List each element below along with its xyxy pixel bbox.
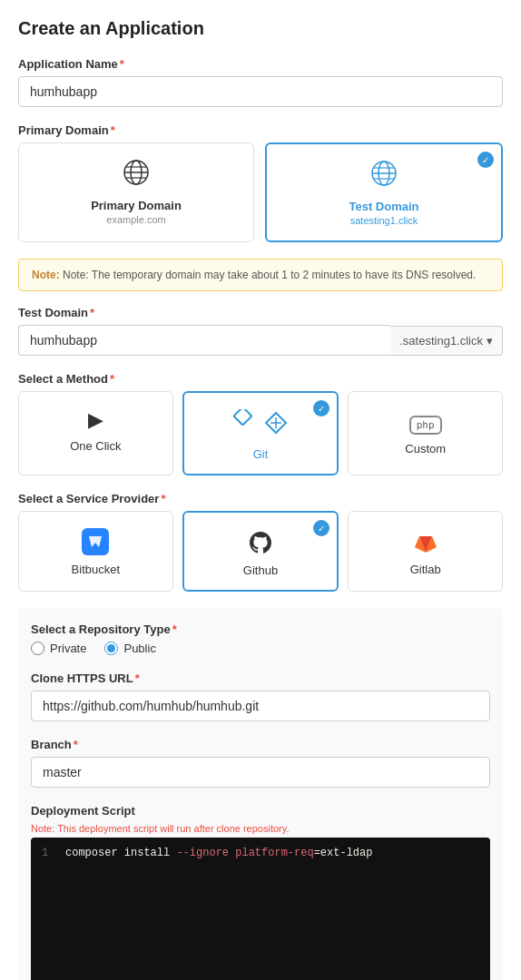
public-radio[interactable] — [104, 642, 118, 655]
primary-domain-card[interactable]: Primary Domain example.com — [18, 142, 254, 242]
deployment-note: Note: This deployment script will run af… — [31, 823, 490, 834]
code-line-1: 1 composer install --ignore platform-req… — [42, 847, 479, 859]
test-domain-subtitle: satesting1.click — [278, 215, 490, 226]
branch-label: Branch* — [31, 738, 490, 751]
private-radio[interactable] — [31, 642, 44, 655]
app-name-label: Application Name* — [18, 57, 503, 71]
test-domain-card[interactable]: ✓ Test Domain satesting1.click — [265, 142, 503, 242]
clone-url-group: Clone HTTPS URL* — [31, 671, 490, 721]
provider-group: Select a Service Provider* Bitbucket ✓ — [18, 492, 503, 592]
branch-group: Branch* — [31, 738, 490, 788]
provider-github[interactable]: ✓ Github — [182, 511, 339, 592]
deployment-code-editor[interactable]: 1 composer install --ignore platform-req… — [31, 838, 490, 980]
test-domain-check: ✓ — [477, 152, 494, 168]
app-name-group: Application Name* — [18, 57, 503, 107]
clone-url-input[interactable] — [31, 691, 490, 721]
repo-type-public[interactable]: Public — [104, 642, 155, 655]
git-icon — [192, 409, 330, 440]
git-options-group: Select a Repository Type* Private Public… — [18, 608, 503, 980]
method-git[interactable]: ✓ Git — [182, 391, 339, 475]
test-domain-title: Test Domain — [278, 200, 490, 213]
method-custom[interactable]: php Custom — [348, 391, 503, 475]
bitbucket-label: Bitbucket — [26, 563, 165, 576]
deployment-script-label: Deployment Script — [31, 804, 490, 818]
provider-label: Select a Service Provider* — [18, 492, 503, 505]
repo-type-private[interactable]: Private — [31, 642, 86, 655]
repo-type-radios: Private Public — [31, 642, 490, 655]
deployment-script-group: Deployment Script Note: This deployment … — [31, 804, 490, 980]
repo-type-group: Select a Repository Type* Private Public — [31, 622, 490, 655]
primary-domain-group: Primary Domain* Primary Domain example.c… — [18, 123, 503, 242]
domain-cards: Primary Domain example.com ✓ Test Domain… — [18, 142, 503, 242]
svg-rect-10 — [233, 409, 251, 425]
provider-cards: Bitbucket ✓ Github — [18, 511, 503, 592]
globe-primary-icon — [30, 158, 242, 193]
primary-domain-subtitle: example.com — [30, 214, 242, 225]
alert-note: Note: Note: The temporary domain may tak… — [18, 259, 503, 291]
github-label: Github — [192, 564, 330, 577]
method-cards: ▶ One Click ✓ Git — [18, 391, 503, 475]
branch-input[interactable] — [31, 757, 490, 788]
chevron-down-icon: ▾ — [487, 334, 493, 348]
page-title: Create an Application — [18, 18, 503, 39]
provider-gitlab[interactable]: Gitlab — [348, 511, 503, 592]
test-domain-row: .satesting1.click ▾ — [18, 325, 503, 356]
repo-type-label: Select a Repository Type* — [31, 622, 490, 636]
globe-test-icon — [278, 159, 490, 194]
primary-domain-label: Primary Domain* — [18, 123, 503, 137]
provider-bitbucket[interactable]: Bitbucket — [18, 511, 173, 592]
one-click-label: One Click — [26, 439, 165, 453]
test-domain-suffix-dropdown[interactable]: .satesting1.click ▾ — [390, 326, 503, 356]
app-name-input[interactable] — [18, 76, 503, 107]
custom-label: Custom — [356, 442, 495, 456]
test-domain-input-label: Test Domain* — [18, 306, 503, 319]
git-label: Git — [192, 447, 330, 461]
gitlab-icon — [412, 528, 439, 555]
page-container: Create an Application Application Name* … — [0, 0, 521, 980]
github-check: ✓ — [313, 520, 329, 536]
method-label: Select a Method* — [18, 372, 503, 386]
github-icon — [247, 529, 274, 556]
php-icon: php — [356, 408, 495, 435]
bitbucket-icon — [82, 528, 109, 555]
primary-domain-title: Primary Domain — [30, 199, 242, 212]
method-group: Select a Method* ▶ One Click ✓ — [18, 372, 503, 475]
test-domain-text-input[interactable] — [18, 325, 390, 356]
clone-url-label: Clone HTTPS URL* — [31, 671, 490, 685]
test-domain-input-group: Test Domain* .satesting1.click ▾ — [18, 306, 503, 356]
cursor-icon: ▶ — [26, 408, 165, 432]
method-one-click[interactable]: ▶ One Click — [18, 391, 173, 475]
gitlab-label: Gitlab — [356, 563, 495, 576]
